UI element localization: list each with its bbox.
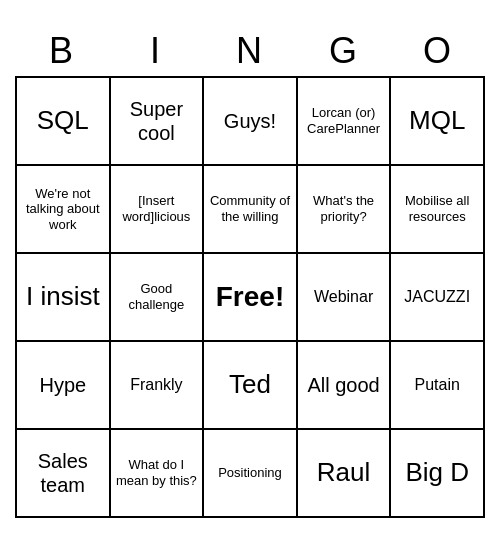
bingo-cell-6[interactable]: [Insert word]licious	[111, 166, 205, 254]
bingo-cell-5[interactable]: We're not talking about work	[17, 166, 111, 254]
bingo-cell-7[interactable]: Community of the willing	[204, 166, 298, 254]
bingo-grid: SQLSuper coolGuys!Lorcan (or) CarePlanne…	[15, 76, 485, 518]
bingo-cell-15[interactable]: Hype	[17, 342, 111, 430]
bingo-cell-10[interactable]: I insist	[17, 254, 111, 342]
bingo-cell-24[interactable]: Big D	[391, 430, 485, 518]
header-b: B	[15, 26, 109, 76]
bingo-cell-4[interactable]: MQL	[391, 78, 485, 166]
bingo-cell-9[interactable]: Mobilise all resources	[391, 166, 485, 254]
bingo-cell-12[interactable]: Free!	[204, 254, 298, 342]
bingo-cell-18[interactable]: All good	[298, 342, 392, 430]
header-i: I	[109, 26, 203, 76]
bingo-cell-19[interactable]: Putain	[391, 342, 485, 430]
bingo-cell-2[interactable]: Guys!	[204, 78, 298, 166]
bingo-cell-14[interactable]: JACUZZI	[391, 254, 485, 342]
bingo-cell-21[interactable]: What do I mean by this?	[111, 430, 205, 518]
bingo-header: B I N G O	[15, 26, 485, 76]
bingo-cell-17[interactable]: Ted	[204, 342, 298, 430]
bingo-cell-1[interactable]: Super cool	[111, 78, 205, 166]
bingo-cell-23[interactable]: Raul	[298, 430, 392, 518]
header-g: G	[297, 26, 391, 76]
bingo-cell-22[interactable]: Positioning	[204, 430, 298, 518]
bingo-cell-8[interactable]: What's the priority?	[298, 166, 392, 254]
bingo-cell-13[interactable]: Webinar	[298, 254, 392, 342]
bingo-cell-20[interactable]: Sales team	[17, 430, 111, 518]
bingo-cell-11[interactable]: Good challenge	[111, 254, 205, 342]
header-n: N	[203, 26, 297, 76]
bingo-cell-3[interactable]: Lorcan (or) CarePlanner	[298, 78, 392, 166]
bingo-cell-0[interactable]: SQL	[17, 78, 111, 166]
bingo-card: B I N G O SQLSuper coolGuys!Lorcan (or) …	[15, 26, 485, 518]
bingo-cell-16[interactable]: Frankly	[111, 342, 205, 430]
header-o: O	[391, 26, 485, 76]
